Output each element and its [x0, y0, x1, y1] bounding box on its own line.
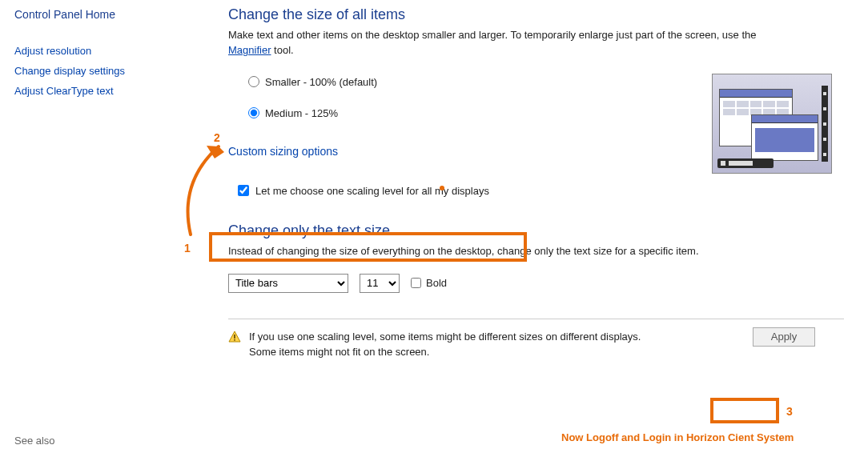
main: Change the size of all items Make text a…: [180, 0, 868, 461]
sidebar-link-adjust-resolution[interactable]: Adjust resolution: [14, 45, 180, 57]
magnifier-link[interactable]: Magnifier: [228, 44, 271, 56]
warning-icon: [228, 331, 241, 343]
sidebar-link-adjust-cleartype[interactable]: Adjust ClearType text: [14, 85, 180, 97]
sidebar-title: Control Panel Home: [14, 8, 180, 21]
separator: [228, 319, 844, 319]
sidebar-link-change-display-settings[interactable]: Change display settings: [14, 65, 180, 77]
section-desc-size-all: Make text and other items on the desktop…: [228, 28, 789, 58]
radio-medium-label: Medium - 125%: [265, 107, 338, 119]
see-also-label: See also: [14, 435, 55, 447]
radio-smaller-label: Smaller - 100% (default): [265, 76, 377, 88]
display-preview: [712, 74, 832, 174]
scaling-checkbox-row[interactable]: Let me choose one scaling level for all …: [228, 180, 540, 202]
bold-checkbox-row[interactable]: Bold: [411, 277, 447, 289]
section-desc-text-size: Instead of changing the size of everythi…: [228, 244, 789, 259]
radio-medium-input[interactable]: [248, 107, 259, 118]
apply-button[interactable]: Apply: [753, 327, 815, 347]
svg-rect-2: [234, 339, 235, 341]
custom-sizing-link[interactable]: Custom sizing options: [228, 145, 338, 158]
section-title-size-all: Change the size of all items: [228, 6, 844, 23]
bold-checkbox[interactable]: [411, 278, 421, 288]
sidebar: Control Panel Home Adjust resolution Cha…: [0, 0, 180, 461]
footer-row: If you use one scaling level, some items…: [228, 329, 844, 360]
footer-warning-text: If you use one scaling level, some items…: [249, 329, 641, 360]
text-size-select[interactable]: 11: [360, 274, 400, 293]
scaling-checkbox[interactable]: [238, 185, 249, 196]
section-title-text-size: Change only the text size: [228, 222, 844, 239]
scaling-checkbox-label: Let me choose one scaling level for all …: [255, 185, 489, 197]
radio-smaller-input[interactable]: [248, 76, 259, 87]
bold-label: Bold: [426, 277, 447, 289]
text-item-select[interactable]: Title bars: [228, 274, 348, 293]
svg-rect-1: [234, 335, 235, 339]
